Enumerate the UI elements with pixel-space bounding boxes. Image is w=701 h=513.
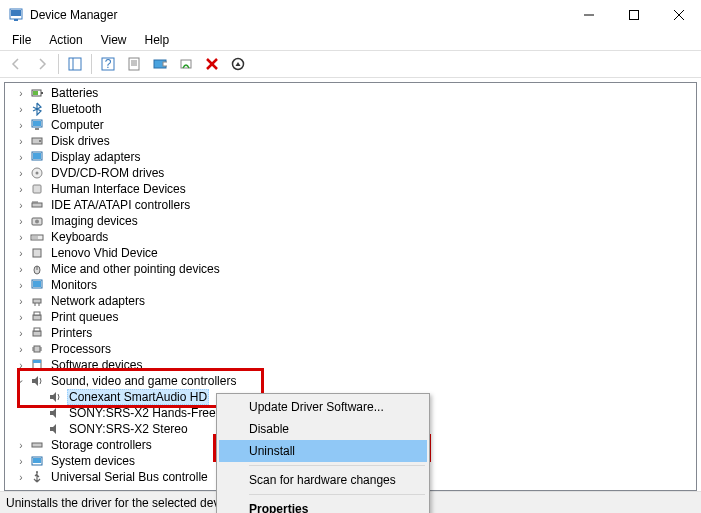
tree-label: Display adapters xyxy=(49,150,142,164)
svg-rect-23 xyxy=(41,92,43,94)
properties-button[interactable] xyxy=(122,52,146,76)
device-icon xyxy=(29,245,45,261)
title-bar: Device Manager xyxy=(0,0,701,30)
svg-marker-64 xyxy=(32,376,38,386)
menu-help[interactable]: Help xyxy=(137,31,178,49)
computer-icon xyxy=(29,117,45,133)
svg-marker-66 xyxy=(50,408,56,418)
ide-icon xyxy=(29,197,45,213)
tree-item-bluetooth[interactable]: Bluetooth xyxy=(5,101,696,117)
tree-label: Bluetooth xyxy=(49,102,104,116)
scan-hardware-icon[interactable] xyxy=(174,52,198,76)
ctx-disable[interactable]: Disable xyxy=(219,418,427,440)
speaker-icon xyxy=(47,405,63,421)
tree-label: Processors xyxy=(49,342,113,356)
ctx-properties[interactable]: Properties xyxy=(219,498,427,513)
forward-button[interactable] xyxy=(30,52,54,76)
svg-rect-53 xyxy=(33,315,41,320)
window-controls xyxy=(566,0,701,30)
svg-rect-50 xyxy=(33,299,41,303)
tree-item-sound[interactable]: Sound, video and game controllers xyxy=(5,373,696,389)
close-button[interactable] xyxy=(656,0,701,30)
tree-item-ide[interactable]: IDE ATA/ATAPI controllers xyxy=(5,197,696,213)
svg-rect-4 xyxy=(629,11,638,20)
tree-item-disk[interactable]: Disk drives xyxy=(5,133,696,149)
tree-item-hid[interactable]: Human Interface Devices xyxy=(5,181,696,197)
mouse-icon xyxy=(29,261,45,277)
update-driver-icon[interactable] xyxy=(148,52,172,76)
uninstall-icon[interactable] xyxy=(200,52,224,76)
network-icon xyxy=(29,293,45,309)
svg-rect-34 xyxy=(33,185,41,193)
tree-label: Printers xyxy=(49,326,94,340)
tree-item-imaging[interactable]: Imaging devices xyxy=(5,213,696,229)
menu-file[interactable]: File xyxy=(4,31,39,49)
speaker-icon xyxy=(29,373,45,389)
tree-label: Human Interface Devices xyxy=(49,182,188,196)
software-icon xyxy=(29,357,45,373)
system-icon xyxy=(29,453,45,469)
ctx-separator xyxy=(249,465,425,466)
show-hide-tree-button[interactable] xyxy=(63,52,87,76)
tree-label: Batteries xyxy=(49,86,100,100)
speaker-icon xyxy=(47,421,63,437)
tree-label: Software devices xyxy=(49,358,144,372)
svg-rect-56 xyxy=(34,328,40,331)
tree-label: Conexant SmartAudio HD xyxy=(67,389,209,405)
tree-item-keyboards[interactable]: Keyboards xyxy=(5,229,696,245)
tree-item-dvd[interactable]: DVD/CD-ROM drives xyxy=(5,165,696,181)
display-icon xyxy=(29,149,45,165)
ctx-scan[interactable]: Scan for hardware changes xyxy=(219,469,427,491)
tree-label: SONY:SRS-X2 Hands-Free xyxy=(67,406,218,420)
svg-rect-26 xyxy=(33,121,41,126)
menu-action[interactable]: Action xyxy=(41,31,90,49)
svg-marker-67 xyxy=(50,424,56,434)
menu-view[interactable]: View xyxy=(93,31,135,49)
menu-bar: File Action View Help xyxy=(0,30,701,50)
tree-label: Sound, video and game controllers xyxy=(49,374,238,388)
disable-icon[interactable] xyxy=(226,52,250,76)
tree-item-display[interactable]: Display adapters xyxy=(5,149,696,165)
svg-marker-65 xyxy=(50,392,56,402)
tree-item-computer[interactable]: Computer xyxy=(5,117,696,133)
tree-label: Computer xyxy=(49,118,106,132)
svg-rect-49 xyxy=(33,281,41,287)
tree-item-mice[interactable]: Mice and other pointing devices xyxy=(5,261,696,277)
svg-rect-11 xyxy=(129,58,139,70)
hid-icon xyxy=(29,181,45,197)
tree-label: Monitors xyxy=(49,278,99,292)
tree-label: DVD/CD-ROM drives xyxy=(49,166,166,180)
printer-icon xyxy=(29,309,45,325)
processor-icon xyxy=(29,341,45,357)
minimize-button[interactable] xyxy=(566,0,611,30)
keyboard-icon xyxy=(29,229,45,245)
svg-marker-21 xyxy=(236,62,241,66)
tree-label: IDE ATA/ATAPI controllers xyxy=(49,198,192,212)
tree-label: Network adapters xyxy=(49,294,147,308)
tree-item-processors[interactable]: Processors xyxy=(5,341,696,357)
printer-icon xyxy=(29,325,45,341)
tree-item-lenovo[interactable]: Lenovo Vhid Device xyxy=(5,245,696,261)
speaker-icon xyxy=(47,389,63,405)
tree-item-printq[interactable]: Print queues xyxy=(5,309,696,325)
tree-label: Storage controllers xyxy=(49,438,154,452)
back-button[interactable] xyxy=(4,52,28,76)
storage-icon xyxy=(29,437,45,453)
dvd-icon xyxy=(29,165,45,181)
tree-item-software[interactable]: Software devices xyxy=(5,357,696,373)
ctx-update-driver[interactable]: Update Driver Software... xyxy=(219,396,427,418)
tree-item-network[interactable]: Network adapters xyxy=(5,293,696,309)
svg-rect-63 xyxy=(33,360,41,363)
tree-item-printers[interactable]: Printers xyxy=(5,325,696,341)
svg-rect-54 xyxy=(34,312,40,315)
ctx-uninstall[interactable]: Uninstall xyxy=(219,440,427,462)
tree-label: Keyboards xyxy=(49,230,110,244)
svg-point-33 xyxy=(36,172,39,175)
tree-item-monitors[interactable]: Monitors xyxy=(5,277,696,293)
tree-item-batteries[interactable]: Batteries xyxy=(5,85,696,101)
help-button[interactable]: ? xyxy=(96,52,120,76)
maximize-button[interactable] xyxy=(611,0,656,30)
svg-text:?: ? xyxy=(105,57,112,71)
ctx-separator xyxy=(249,494,425,495)
window-title: Device Manager xyxy=(30,8,566,22)
